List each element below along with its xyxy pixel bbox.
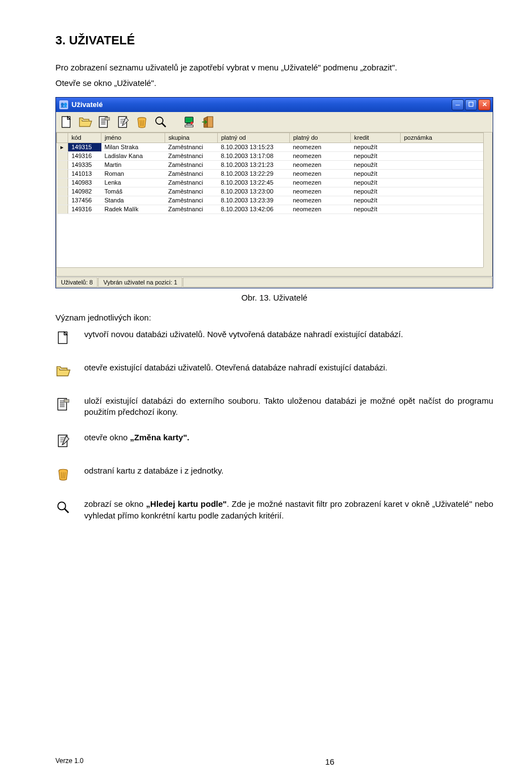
table-row[interactable]: ▸149315Milan StrakaZaměstnanci8.10.2003 … bbox=[57, 143, 492, 151]
cell[interactable] bbox=[401, 169, 492, 178]
cell[interactable]: 137456 bbox=[68, 196, 101, 205]
cell[interactable]: 8.10.2003 13:23:39 bbox=[218, 196, 290, 205]
cell[interactable]: 8.10.2003 13:17:08 bbox=[218, 151, 290, 160]
minimize-button[interactable]: ─ bbox=[452, 99, 464, 110]
col-kod[interactable]: kód bbox=[68, 133, 101, 143]
col-kredit[interactable]: kredit bbox=[351, 133, 401, 143]
search-text-pre: zobrazí se okno bbox=[84, 499, 146, 509]
cell[interactable]: neomezen bbox=[290, 187, 351, 196]
save-icon[interactable] bbox=[97, 115, 111, 129]
row-selector[interactable] bbox=[57, 187, 68, 196]
new-description: vytvoří novou databázi uživatelů. Nově v… bbox=[84, 329, 493, 340]
scroll-corner bbox=[483, 267, 492, 276]
titlebar[interactable]: 👥 Uživatelé ─ ☐ ✕ bbox=[56, 98, 493, 112]
cell[interactable]: 149316 bbox=[68, 151, 101, 160]
cell[interactable]: Martin bbox=[101, 160, 165, 169]
cell[interactable] bbox=[401, 187, 492, 196]
cell[interactable]: 149315 bbox=[68, 143, 101, 151]
cell[interactable]: 149335 bbox=[68, 160, 101, 169]
row-selector[interactable] bbox=[57, 196, 68, 205]
cell[interactable] bbox=[401, 160, 492, 169]
col-platny-od[interactable]: platný od bbox=[218, 133, 290, 143]
cell[interactable]: neomezen bbox=[290, 196, 351, 205]
table-row[interactable]: 149335MartinZaměstnanci8.10.2003 13:21:2… bbox=[57, 160, 492, 169]
maximize-button[interactable]: ☐ bbox=[465, 99, 477, 110]
cell[interactable]: Zaměstnanci bbox=[165, 178, 218, 187]
cell[interactable]: nepoužít bbox=[351, 151, 401, 160]
col-skupina[interactable]: skupina bbox=[165, 133, 218, 143]
cell[interactable]: Lenka bbox=[101, 178, 165, 187]
cell[interactable] bbox=[401, 143, 492, 151]
col-jmeno[interactable]: jméno bbox=[101, 133, 165, 143]
col-platny-do[interactable]: platný do bbox=[290, 133, 351, 143]
new-icon[interactable] bbox=[59, 115, 74, 129]
footer-page: 16 bbox=[166, 757, 493, 766]
monitor-icon[interactable] bbox=[182, 115, 197, 129]
vertical-scrollbar[interactable] bbox=[483, 133, 492, 267]
table-row[interactable]: 149316Radek MalíkZaměstnanci8.10.2003 13… bbox=[57, 205, 492, 213]
cell[interactable]: 140982 bbox=[68, 187, 101, 196]
cell[interactable]: nepoužít bbox=[351, 143, 401, 151]
cell[interactable]: Milan Straka bbox=[101, 143, 165, 151]
cell[interactable]: Tomáš bbox=[101, 187, 165, 196]
cell[interactable]: nepoužít bbox=[351, 169, 401, 178]
open-icon[interactable] bbox=[78, 115, 93, 129]
table-row[interactable]: 140982TomášZaměstnanci8.10.2003 13:23:00… bbox=[57, 187, 492, 196]
col-poznamka[interactable]: poznámka bbox=[401, 133, 492, 143]
table-row[interactable]: 137456StandaZaměstnanci8.10.2003 13:23:3… bbox=[57, 196, 492, 205]
cell[interactable]: Zaměstnanci bbox=[165, 169, 218, 178]
cell[interactable]: neomezen bbox=[290, 160, 351, 169]
row-selector[interactable] bbox=[57, 151, 68, 160]
delete-icon[interactable] bbox=[135, 115, 149, 129]
table-row[interactable]: 140983LenkaZaměstnanci8.10.2003 13:22:45… bbox=[57, 178, 492, 187]
exit-door-icon[interactable] bbox=[201, 115, 216, 129]
users-window: 👥 Uživatelé ─ ☐ ✕ bbox=[55, 97, 493, 288]
cell[interactable]: 8.10.2003 13:21:23 bbox=[218, 160, 290, 169]
cell[interactable]: neomezen bbox=[290, 205, 351, 213]
cell[interactable]: 8.10.2003 13:22:29 bbox=[218, 169, 290, 178]
cell[interactable]: Zaměstnanci bbox=[165, 187, 218, 196]
cell[interactable]: 8.10.2003 13:22:45 bbox=[218, 178, 290, 187]
cell[interactable]: Roman bbox=[101, 169, 165, 178]
cell[interactable]: neomezen bbox=[290, 143, 351, 151]
cell[interactable]: Zaměstnanci bbox=[165, 196, 218, 205]
cell[interactable]: 8.10.2003 13:15:23 bbox=[218, 143, 290, 151]
row-selector[interactable]: ▸ bbox=[57, 143, 68, 151]
cell[interactable]: Standa bbox=[101, 196, 165, 205]
cell[interactable]: nepoužít bbox=[351, 196, 401, 205]
row-selector[interactable] bbox=[57, 160, 68, 169]
row-selector[interactable] bbox=[57, 169, 68, 178]
cell[interactable]: Zaměstnanci bbox=[165, 151, 218, 160]
row-selector[interactable] bbox=[57, 205, 68, 213]
cell[interactable]: 8.10.2003 13:23:00 bbox=[218, 187, 290, 196]
cell[interactable] bbox=[401, 178, 492, 187]
cell[interactable]: Zaměstnanci bbox=[165, 143, 218, 151]
cell[interactable]: 149316 bbox=[68, 205, 101, 213]
cell[interactable]: nepoužít bbox=[351, 160, 401, 169]
cell[interactable]: nepoužít bbox=[351, 187, 401, 196]
cell[interactable]: 8.10.2003 13:42:06 bbox=[218, 205, 290, 213]
status-count: Uživatelů: 8 bbox=[56, 277, 98, 287]
cell[interactable] bbox=[401, 151, 492, 160]
cell[interactable]: Zaměstnanci bbox=[165, 205, 218, 213]
row-selector[interactable] bbox=[57, 178, 68, 187]
data-grid[interactable]: kód jméno skupina platný od platný do kr… bbox=[56, 133, 493, 277]
search-icon[interactable] bbox=[154, 115, 168, 129]
cell[interactable]: neomezen bbox=[290, 169, 351, 178]
cell[interactable]: nepoužít bbox=[351, 178, 401, 187]
cell[interactable]: Ladislav Kana bbox=[101, 151, 165, 160]
cell[interactable]: neomezen bbox=[290, 178, 351, 187]
cell[interactable]: 140983 bbox=[68, 178, 101, 187]
cell[interactable] bbox=[401, 196, 492, 205]
edit-icon[interactable] bbox=[116, 115, 130, 129]
table-row[interactable]: 149316Ladislav KanaZaměstnanci8.10.2003 … bbox=[57, 151, 492, 160]
cell[interactable]: nepoužít bbox=[351, 205, 401, 213]
cell[interactable]: 141013 bbox=[68, 169, 101, 178]
cell[interactable]: neomezen bbox=[290, 151, 351, 160]
cell[interactable]: Zaměstnanci bbox=[165, 160, 218, 169]
cell[interactable] bbox=[401, 205, 492, 213]
horizontal-scrollbar[interactable] bbox=[57, 267, 483, 276]
close-button[interactable]: ✕ bbox=[478, 99, 490, 110]
table-row[interactable]: 141013RomanZaměstnanci8.10.2003 13:22:29… bbox=[57, 169, 492, 178]
cell[interactable]: Radek Malík bbox=[101, 205, 165, 213]
